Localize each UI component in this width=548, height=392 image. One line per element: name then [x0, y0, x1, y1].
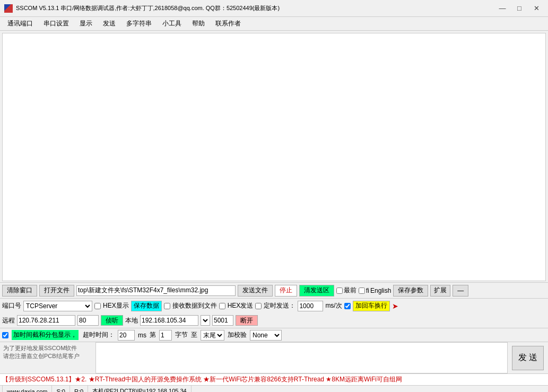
status-bar: www.daxia.com S:0 R:0 本机(PF2LDCT8)IP=192… [0, 385, 548, 392]
menu-serial-settings[interactable]: 串口设置 [38, 18, 74, 29]
english-checkbox-group: fi English [359, 287, 391, 294]
local-info-status: 本机(PF2LDCT8)IP=192.168.105.34 [88, 386, 192, 392]
english-checkbox[interactable] [359, 288, 365, 294]
to-label: 至 [191, 330, 197, 339]
menu-comm-port[interactable]: 通讯端口 [2, 18, 38, 29]
remote-label: 远程 [2, 316, 15, 325]
send-text-area[interactable] [95, 342, 508, 373]
close-button[interactable]: ✕ [529, 3, 544, 14]
timestamp-group: 加时间截和分包显示， [2, 330, 80, 340]
restore-button[interactable]: □ [512, 3, 527, 14]
open-file-button[interactable]: 打开文件 [39, 285, 74, 297]
hex-send-label: HEX发送 [228, 301, 254, 310]
timestamp-label: 加时间截和分包显示， [12, 330, 79, 340]
send-button-container: 发 送 [508, 342, 548, 373]
return-newline-checkbox[interactable] [344, 303, 351, 309]
timed-send-checkbox[interactable] [255, 303, 262, 309]
timed-interval-input[interactable] [298, 301, 323, 311]
minus-button[interactable]: — [453, 285, 468, 297]
title-bar: SSCOM V5.13.1 串口/网络数据调试器,作者:大虾丁丁,2618058… [0, 0, 548, 17]
port-select[interactable]: TCPServer [23, 301, 92, 311]
send-note-line1: 为了更好地发展SSCOM软件 [3, 344, 92, 352]
remote-port-input[interactable] [77, 315, 99, 326]
return-newline-group: 加回车换行 ➤ [344, 301, 398, 311]
checksum-select[interactable]: None [250, 330, 282, 341]
listen-button[interactable]: 侦听 [101, 315, 123, 326]
app-icon [4, 4, 13, 13]
remote-ip-input[interactable] [17, 315, 75, 326]
local-ip-input[interactable] [140, 315, 198, 326]
english-label: English [370, 287, 391, 294]
stop-button[interactable]: 停止 [275, 285, 297, 297]
local-label: 本地 [125, 316, 138, 325]
send-area-container: 为了更好地发展SSCOM软件 请您注册嘉立创PCB结尾客户 发 送 [0, 342, 548, 373]
return-newline-button[interactable]: 加回车换行 [353, 301, 390, 311]
timed-send-label: 定时发送： [264, 301, 295, 310]
fi-label: fi [366, 287, 369, 294]
last-label: 最前 [344, 286, 356, 295]
file-path-input[interactable] [76, 285, 236, 296]
timestamp-checkbox[interactable] [2, 332, 8, 338]
title-text: SSCOM V5.13.1 串口/网络数据调试器,作者:大虾丁丁,2618058… [16, 4, 495, 12]
checksum-label: 加校验 [228, 330, 247, 339]
s-count-status: S:0 [52, 386, 70, 392]
byte-label: 字节 [175, 330, 188, 339]
send-file-button[interactable]: 发送文件 [238, 285, 273, 297]
local-port-input[interactable] [212, 315, 233, 326]
last-checkbox[interactable] [336, 288, 343, 294]
hex-display-label: HEX显示 [103, 301, 129, 310]
timeout-input[interactable] [118, 330, 135, 341]
r-count-status: R:0 [70, 386, 88, 392]
main-output-area [2, 33, 546, 281]
save-data-button[interactable]: 保存数据 [131, 301, 162, 311]
bottom-toolbar: 清除窗口 打开文件 发送文件 停止 清发送区 最前 fi English 保存参… [0, 282, 548, 298]
save-params-button[interactable]: 保存参数 [393, 285, 428, 297]
nth-label: 第 [150, 330, 156, 339]
menu-display[interactable]: 显示 [74, 18, 98, 29]
end-select[interactable]: 末尾 [201, 330, 224, 341]
ticker-text: 【升级到SSCOM5.13.1】★2. ★RT-Thread中国人的开源免费操作… [2, 375, 402, 384]
menu-send[interactable]: 发送 [98, 18, 121, 29]
hex-display-group: HEX显示 [94, 301, 129, 310]
send-note-line2: 请您注册嘉立创PCB结尾客户 [3, 352, 92, 360]
menu-bar: 通讯端口 串口设置 显示 发送 多字符串 小工具 帮助 联系作者 [0, 17, 548, 31]
recv-file-checkbox[interactable] [164, 303, 170, 309]
timeout-label: 超时时间： [83, 330, 115, 339]
hex-send-checkbox[interactable] [219, 303, 225, 309]
send-button[interactable]: 发 送 [512, 346, 544, 370]
local-ip-select[interactable] [201, 315, 210, 326]
hex-display-checkbox[interactable] [94, 303, 101, 309]
ticker-bar: 【升级到SSCOM5.13.1】★2. ★RT-Thread中国人的开源免费操作… [0, 373, 548, 385]
nth-input[interactable] [159, 330, 172, 341]
minimize-button[interactable]: — [495, 3, 510, 14]
port-label: 端口号 [2, 301, 21, 310]
menu-tools[interactable]: 小工具 [157, 18, 187, 29]
clear-window-button[interactable]: 清除窗口 [2, 285, 37, 297]
last-checkbox-group: 最前 [336, 286, 356, 295]
recv-file-label: 接收数据到文件 [172, 301, 217, 310]
expand-icon: ➤ [392, 302, 398, 310]
window-controls: — □ ✕ [495, 3, 544, 14]
disconnect-button[interactable]: 断开 [236, 315, 258, 326]
menu-help[interactable]: 帮助 [187, 18, 210, 29]
timeout-unit-label: ms [138, 332, 146, 339]
send-options-row: 加时间截和分包显示， 超时时间： ms 第 字节 至 末尾 加校验 None [0, 328, 548, 342]
menu-multi-string[interactable]: 多字符串 [121, 18, 157, 29]
settings-row1: 端口号 TCPServer HEX显示 保存数据 接收数据到文件 HEX发送 定… [0, 298, 548, 313]
menu-contact[interactable]: 联系作者 [210, 18, 246, 29]
recv-file-group: 接收数据到文件 [164, 301, 217, 310]
timed-unit-label: ms/次 [325, 301, 342, 310]
website-status: www.daxia.com [2, 386, 52, 392]
clear-send-area-button[interactable]: 清发送区 [299, 285, 334, 297]
expand-button[interactable]: 扩展 [430, 285, 450, 297]
hex-send-group: HEX发送 [219, 301, 254, 310]
send-note: 为了更好地发展SSCOM软件 请您注册嘉立创PCB结尾客户 [0, 342, 95, 373]
timed-send-group: 定时发送： ms/次 [255, 301, 342, 311]
settings-row2: 远程 侦听 本地 断开 [0, 313, 548, 328]
